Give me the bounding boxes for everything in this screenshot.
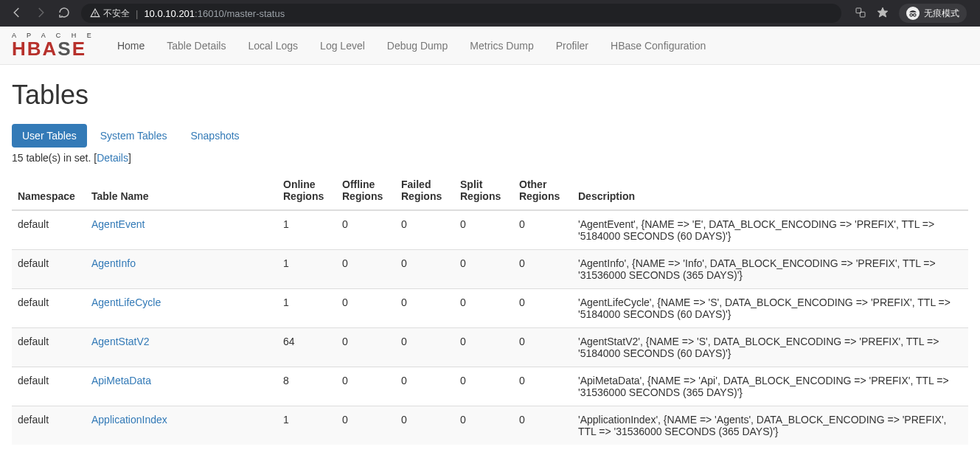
details-link[interactable]: Details [97,152,128,164]
table-body: defaultAgentEvent10000'AgentEvent', {NAM… [12,210,968,445]
nav-link[interactable]: Home [117,40,145,52]
tab-snapshots[interactable]: Snapshots [180,124,249,148]
svg-point-5 [910,14,913,16]
cell: default [12,406,86,445]
nav-item-log-level[interactable]: Log Level [309,29,376,63]
nav-link[interactable]: Log Level [320,40,365,52]
nav-link[interactable]: Debug Dump [387,40,448,52]
cell: 0 [513,289,572,328]
set-summary-prefix: 15 table(s) in set. [ [12,152,97,164]
page-title: Tables [12,80,968,111]
cell: 0 [454,367,513,406]
nav-link[interactable]: Table Details [167,40,226,52]
column-header: Table Name [86,171,277,210]
table-row: defaultAgentLifeCycle10000'AgentLifeCycl… [12,289,968,328]
insecure-warning: 不安全 [90,7,130,20]
cell: AgentEvent [86,210,277,250]
table-name-link[interactable]: AgentInfo [91,257,136,269]
star-icon[interactable] [877,7,889,21]
insecure-label: 不安全 [103,7,130,20]
cell: 'AgentLifeCycle', {NAME => 'S', DATA_BLO… [572,289,968,328]
tab-system-tables[interactable]: System Tables [90,124,178,148]
cell: AgentLifeCycle [86,289,277,328]
forward-icon[interactable] [34,6,47,21]
url-path: :16010/master-status [195,8,285,19]
cell: 'AgentEvent', {NAME => 'E', DATA_BLOCK_E… [572,210,968,250]
incognito-icon [906,7,920,20]
incognito-badge[interactable]: 无痕模式 [899,4,967,23]
column-header: OnlineRegions [277,171,336,210]
url-bar[interactable]: 不安全 | 10.0.10.201:16010/master-status [81,4,841,23]
column-header: OtherRegions [513,171,572,210]
table-row: defaultApiMetaData80000'ApiMetaData', {N… [12,367,968,406]
cell: 0 [395,289,454,328]
cell: 0 [454,289,513,328]
cell: 0 [336,210,395,250]
cell: 8 [277,367,336,406]
cell: 'ApplicationIndex', {NAME => 'Agents', D… [572,406,968,445]
table-name-link[interactable]: AgentStatV2 [91,336,150,347]
cell: 'AgentStatV2', {NAME => 'S', DATA_BLOCK_… [572,328,968,367]
cell: ApiMetaData [86,367,277,406]
nav-link[interactable]: Local Logs [248,40,298,52]
cell: 1 [277,250,336,289]
cell: 0 [454,250,513,289]
cell: default [12,367,86,406]
cell: 0 [513,250,572,289]
table-name-link[interactable]: AgentLifeCycle [91,296,161,308]
cell: 0 [336,250,395,289]
back-icon[interactable] [10,6,24,21]
table-name-link[interactable]: AgentEvent [91,218,145,230]
cell: ApplicationIndex [86,406,277,445]
set-summary: 15 table(s) in set. [Details] [12,152,968,164]
nav-item-local-logs[interactable]: Local Logs [237,29,309,63]
brand-logo[interactable]: A P A C H E HBASE [12,32,96,58]
navbar: A P A C H E HBASE HomeTable DetailsLocal… [0,27,980,65]
cell: 1 [277,210,336,250]
nav-item-hbase-configuration[interactable]: HBase Configuration [600,29,717,63]
nav-item-table-details[interactable]: Table Details [156,29,237,63]
nav-item-metrics-dump[interactable]: Metrics Dump [459,29,544,63]
cell: 0 [513,210,572,250]
logo-main-text: HBASE [12,39,96,58]
cell: 0 [395,328,454,367]
tables-table: NamespaceTable NameOnlineRegionsOfflineR… [12,171,968,445]
cell: 1 [277,289,336,328]
tab-link[interactable]: System Tables [100,130,167,142]
table-header-row: NamespaceTable NameOnlineRegionsOfflineR… [12,171,968,210]
nav-item-debug-dump[interactable]: Debug Dump [376,29,459,63]
nav-item-profiler[interactable]: Profiler [545,29,600,63]
tab-link[interactable]: Snapshots [190,130,239,142]
url-host: 10.0.10.201 [144,8,195,19]
cell: 'ApiMetaData', {NAME => 'Api', DATA_BLOC… [572,367,968,406]
cell: 0 [336,328,395,367]
browser-nav-icons [6,6,75,21]
translate-icon[interactable] [855,7,866,21]
nav-item-home[interactable]: Home [106,29,156,63]
cell: 0 [454,406,513,445]
nav-link[interactable]: Metrics Dump [470,40,533,52]
cell: 0 [454,328,513,367]
cell: default [12,250,86,289]
nav-link[interactable]: HBase Configuration [611,40,706,52]
nav-link[interactable]: Profiler [556,40,588,52]
table-name-link[interactable]: ApiMetaData [91,375,151,386]
set-summary-suffix: ] [128,152,131,164]
cell: 0 [395,367,454,406]
cell: 64 [277,328,336,367]
table-row: defaultAgentStatV2640000'AgentStatV2', {… [12,328,968,367]
cell: 0 [395,210,454,250]
reload-icon[interactable] [58,6,71,21]
column-header: FailedRegions [395,171,454,210]
cell: 0 [454,210,513,250]
svg-point-6 [914,14,917,16]
table-name-link[interactable]: ApplicationIndex [91,414,167,426]
cell: default [12,328,86,367]
tab-user-tables[interactable]: User Tables [12,124,87,148]
tabs: User TablesSystem TablesSnapshots [12,124,968,148]
cell: 0 [336,367,395,406]
incognito-label: 无痕模式 [924,7,959,20]
nav-links: HomeTable DetailsLocal LogsLog LevelDebu… [106,29,717,63]
column-header: SplitRegions [454,171,513,210]
column-header: Namespace [12,171,86,210]
